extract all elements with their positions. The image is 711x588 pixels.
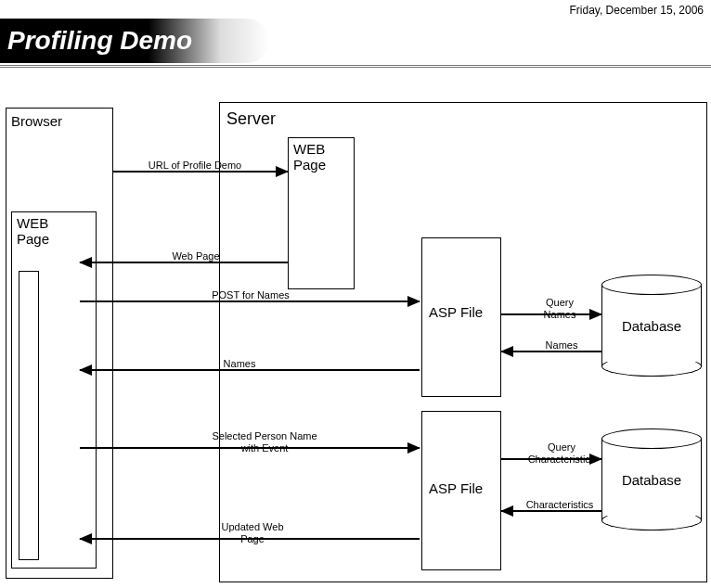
asp-file-2-label: ASP File [429,480,483,496]
arrow-names-browser-label: Names [212,358,267,370]
database-1-label: Database [601,318,702,334]
arrow-selected-person-label: Selected Person Name with Event [204,430,325,454]
browser-webpage-inner [19,271,39,560]
page-title: Profiling Demo [7,26,192,56]
arrow-query-names-label: Query Names [536,297,583,320]
arrow-updated-page-label: Updated Web Page [215,521,290,544]
database-2-label: Database [601,472,702,488]
server-label: Server [226,109,276,129]
browser-label: Browser [11,113,62,129]
arrow-post-names-label: POST for Names [204,289,297,301]
server-webpage-label: WEB Page [293,141,349,173]
date-text: Friday, December 15, 2006 [569,4,704,17]
arrow-query-char-label: Query Characteristics [520,441,603,465]
arrow-url-label: URL of Profile Demo [144,160,246,172]
arrow-names-label: Names [538,339,585,352]
header-rule [0,65,711,68]
arrow-webpage-label: Web Page [163,250,228,262]
browser-webpage-label: WEB Page [17,215,82,247]
arrow-char-label: Characteristics [518,499,601,511]
asp-file-1-label: ASP File [429,304,483,320]
database-2: Database [601,428,702,530]
database-1: Database [601,275,702,377]
diagram-canvas: Friday, December 15, 2006 Profiling Demo… [0,0,711,588]
